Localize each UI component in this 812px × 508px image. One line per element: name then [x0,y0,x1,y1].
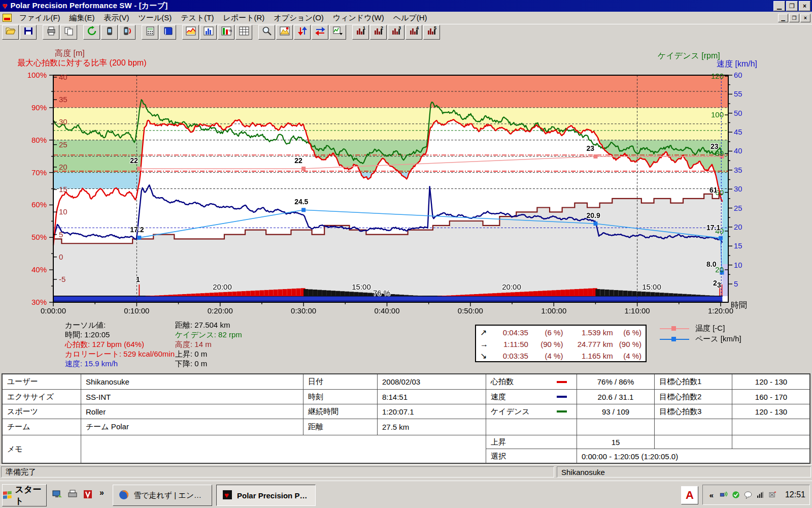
start-button[interactable]: スタート [2,484,47,506]
cursor-info-line: 距離: 27.504 km [175,320,242,330]
table-value: 27.5 km [377,419,486,435]
quicklaunch-overflow-chevron[interactable]: » [99,488,104,497]
table-value-series: 20.6 / 31.1 [577,389,655,404]
phase-duration-label: 20:00 [207,282,238,291]
series-color-dash [557,396,567,398]
menu-item-3[interactable]: ツール(S) [134,12,177,24]
menu-item-7[interactable]: ウィンドウ(W) [328,12,389,24]
time-axis-label: 0:00:00 [33,306,74,315]
phase-duration-label: 76 % [366,289,397,297]
polar-heart-icon: ♥ [3,2,8,11]
table-label-series: 速度 [486,389,577,404]
svg-text:5: 5 [434,26,436,30]
table-value: 8:14:51 [377,389,486,404]
network-offline-tray-icon[interactable] [768,490,777,499]
exercise-info-button[interactable] [276,25,293,40]
monitor-ir-button[interactable] [119,25,136,40]
hr-ratio-axis-title: 最大心拍数に対する比率 (200 bpm) [17,58,147,69]
cursor-info-line: ケイデンス: 82 rpm [175,330,242,339]
cursor-info-line: 下降: 0 m [175,359,242,368]
wireless-monitor-tray-icon[interactable] [719,490,728,499]
compare-button[interactable] [312,25,328,40]
diary-button[interactable] [159,25,176,40]
ime-indicator[interactable]: A [681,486,698,504]
table-label-target: 目標心拍数3 [654,404,732,419]
table-cell-empty [654,419,732,435]
start-label: スタート [15,484,46,507]
time-axis-label: 0:30:00 [283,306,324,315]
speed-axis-label: 15 [734,241,742,250]
copy-button[interactable] [60,25,77,40]
transfer-button[interactable] [83,25,100,40]
mdi-close-button[interactable]: × [800,14,810,22]
firefox-icon [118,489,130,502]
speed-axis-label: 20 [734,223,742,231]
svg-text:1: 1 [363,26,365,30]
window-title: Polar Precision Performance SW - [カーブ] [11,1,773,11]
menu-item-6[interactable]: オプション(O) [269,12,328,24]
time-axis-label: 0:10:00 [116,306,157,315]
lap-table-button[interactable] [235,25,252,40]
show-desktop-quicklaunch-icon[interactable] [51,488,64,501]
pace-kmh-value-label: 20.9 [586,211,600,219]
transfer-icon [86,26,97,38]
open-button[interactable] [2,25,19,40]
monitor-connect-button[interactable] [101,25,118,40]
menu-item-4[interactable]: テスト(T) [176,12,218,24]
temperature-c-value-label: 22 [294,156,302,165]
signal-tray-icon[interactable] [756,490,765,499]
table-value-target: 120 - 130 [732,374,810,390]
sync-ok-tray-icon[interactable] [731,490,740,499]
menu-item-8[interactable]: ヘルプ(H) [389,12,432,24]
chart-4-button[interactable]: 4 [405,25,422,40]
time-axis-label: 0:50:00 [450,306,491,315]
taskbar-task-0[interactable]: 雪で走れず | エントリ... [113,485,212,506]
menu-item-1[interactable]: 編集(E) [65,12,99,24]
tray-chevron-tray-icon[interactable]: « [707,490,716,499]
task-label: Polar Precision Perf... [237,491,311,500]
curve-chart-button[interactable] [182,25,199,40]
table-label-target: 目標心拍数2 [654,389,732,404]
table-cell-empty [732,419,810,435]
series-color-dash [557,381,567,383]
save-button[interactable] [20,25,37,40]
chart-select-button[interactable] [329,25,346,40]
menu-item-0[interactable]: ファイル(F) [15,12,65,24]
cursor-info-line: カーソル値: [65,320,175,330]
chart-2-button[interactable]: 2 [370,25,387,40]
minimize-button[interactable]: ▁ [773,1,785,11]
menu-item-2[interactable]: 表示(V) [99,12,134,24]
mdi-minimize-button[interactable]: ▁ [778,14,788,22]
legend-label-0: 温度 [-C] [695,324,725,333]
table-value: 2008/02/03 [377,374,486,390]
mdi-restore-button[interactable]: ❐ [789,14,799,22]
zone-chart-button[interactable]: % [218,25,234,40]
media-quicklaunch-icon[interactable] [81,488,94,501]
close-button[interactable]: × [799,1,810,11]
swap-info-button[interactable] [294,25,311,40]
calculator-button[interactable] [142,25,158,40]
table-value-selection: 0:00:00 - 1:20:05 (1:20:05.0) [577,449,810,464]
zoom-button[interactable] [258,25,275,40]
speed-axis-label: 25 [734,204,742,212]
table-label: エクササイズ [2,389,81,404]
cursor-info-line: 速度: 15.9 km/h [65,359,175,368]
printer-quicklaunch-icon[interactable] [66,488,79,501]
cadence-axis-label: 120 [701,72,724,80]
print-button[interactable] [43,25,59,40]
cursor-info-line: カロリーレート: 529 kcal/60min [65,349,175,359]
chart-1-button[interactable]: 1 [352,25,369,40]
messenger-tray-icon[interactable] [743,490,753,499]
chart-5-button[interactable]: 5 [423,25,440,40]
polar-application-window: ♥ Polar Precision Performance SW - [カーブ]… [0,0,812,508]
system-tray: « 12:51 [702,485,810,505]
maximize-button[interactable]: ❐ [786,1,798,11]
phase-duration-label: 15:00 [636,282,667,291]
taskbar-task-1[interactable]: ♥Polar Precision Perf... [216,485,316,506]
pace-kmh-value-label: 24.5 [294,198,308,206]
menu-item-5[interactable]: レポート(R) [218,12,269,24]
chart-3-button[interactable]: 3 [388,25,404,40]
speed-axis-title: 速度 [km/h] [717,59,757,70]
table-value-series: 76% / 86% [577,374,655,390]
distribution-chart-button[interactable] [200,25,217,40]
